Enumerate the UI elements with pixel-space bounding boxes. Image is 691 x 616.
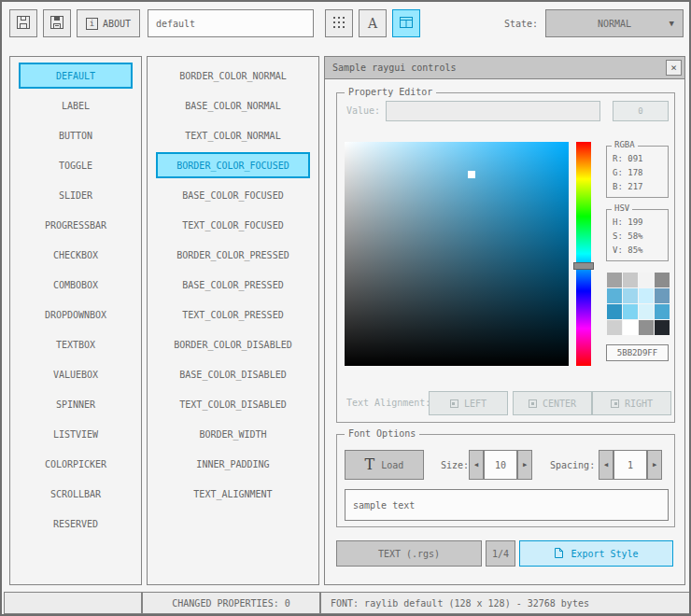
controls-list-item[interactable]: PROGRESSBAR bbox=[19, 212, 133, 238]
font-type-icon: T bbox=[365, 457, 375, 472]
hue-slider-handle[interactable] bbox=[573, 262, 594, 270]
properties-list-item[interactable]: BORDER_COLOR_PRESSED bbox=[156, 242, 310, 268]
properties-list-item[interactable]: BASE_COLOR_NORMAL bbox=[156, 92, 310, 119]
about-button[interactable]: i ABOUT bbox=[77, 9, 140, 37]
export-file-icon bbox=[554, 547, 564, 561]
controls-list-item[interactable]: DEFAULT bbox=[19, 63, 133, 89]
font-size-decrease-button[interactable]: ◀ bbox=[469, 450, 484, 480]
controls-list: DEFAULTLABELBUTTONTOGGLESLIDERPROGRESSBA… bbox=[9, 56, 142, 585]
properties-list-item[interactable]: TEXT_ALIGNMENT bbox=[156, 481, 310, 507]
style-color-swatch[interactable] bbox=[623, 304, 638, 319]
style-color-swatch[interactable] bbox=[639, 273, 654, 287]
rgba-group: RGBA R: 091 G: 178 B: 217 bbox=[606, 146, 669, 198]
style-color-swatch[interactable] bbox=[607, 288, 622, 303]
rgba-green-value: G: 178 bbox=[607, 166, 668, 180]
style-color-swatch[interactable] bbox=[655, 288, 670, 303]
font-size-value[interactable]: 10 bbox=[484, 450, 517, 480]
properties-list: BORDER_COLOR_NORMALBASE_COLOR_NORMALTEXT… bbox=[147, 56, 319, 585]
controls-list-item[interactable]: SLIDER bbox=[19, 182, 133, 208]
style-name-input[interactable] bbox=[148, 9, 314, 37]
style-color-swatch[interactable] bbox=[607, 320, 622, 335]
color-saturation-value-panel[interactable] bbox=[345, 142, 569, 366]
statusbar-left-cell bbox=[4, 592, 142, 614]
export-format-label: TEXT (.rgs) bbox=[378, 549, 440, 559]
hsv-value-value: V: 85% bbox=[607, 244, 668, 258]
font-spacing-value[interactable]: 1 bbox=[613, 450, 647, 480]
load-style-button[interactable] bbox=[9, 9, 37, 37]
controls-list-item[interactable]: LABEL bbox=[19, 92, 133, 119]
hue-slider-bar[interactable] bbox=[576, 142, 591, 366]
properties-list-item[interactable]: BASE_COLOR_DISABLED bbox=[156, 361, 310, 387]
controls-list-item[interactable]: RESERVED bbox=[19, 511, 133, 537]
controls-preview-toggle-button[interactable] bbox=[392, 9, 420, 37]
style-color-swatch[interactable] bbox=[639, 304, 654, 319]
properties-list-item[interactable]: BORDER_WIDTH bbox=[156, 421, 310, 447]
sample-text-input[interactable] bbox=[345, 489, 669, 521]
info-icon: i bbox=[86, 18, 98, 30]
controls-list-item[interactable]: BUTTON bbox=[19, 122, 133, 148]
properties-list-item[interactable]: TEXT_COLOR_PRESSED bbox=[156, 301, 310, 328]
export-style-button[interactable]: Export Style bbox=[519, 540, 673, 567]
font-size-increase-button[interactable]: ▶ bbox=[517, 450, 532, 480]
controls-list-item[interactable]: SPINNER bbox=[19, 391, 133, 417]
statusbar-changed-properties: CHANGED PROPERTIES: 0 bbox=[142, 592, 320, 614]
properties-list-item[interactable]: BORDER_COLOR_FOCUSED bbox=[156, 152, 310, 178]
controls-list-item[interactable]: COLORPICKER bbox=[19, 451, 133, 477]
properties-list-item[interactable]: BASE_COLOR_FOCUSED bbox=[156, 182, 310, 208]
text-alignment-label: Text Alignment: bbox=[346, 398, 430, 408]
font-spacing-label: Spacing: bbox=[550, 460, 595, 470]
controls-list-item[interactable]: DROPDOWNBOX bbox=[19, 301, 133, 328]
properties-list-item[interactable]: BORDER_COLOR_NORMAL bbox=[156, 63, 310, 89]
style-color-swatch[interactable] bbox=[639, 288, 654, 303]
controls-list-item[interactable]: TOGGLE bbox=[19, 152, 133, 178]
state-dropdown[interactable]: NORMAL ▼ bbox=[545, 9, 684, 37]
style-color-swatch[interactable] bbox=[655, 304, 670, 319]
controls-list-item[interactable]: COMBOBOX bbox=[19, 272, 133, 298]
grid-toggle-button[interactable] bbox=[325, 9, 353, 37]
color-picker-cursor[interactable] bbox=[468, 171, 475, 178]
align-right-label: RIGHT bbox=[625, 399, 653, 409]
font-toggle-button[interactable]: A bbox=[359, 9, 387, 37]
style-color-swatch[interactable] bbox=[607, 273, 622, 287]
style-color-swatch[interactable] bbox=[655, 273, 670, 287]
font-spacing-decrease-button[interactable]: ◀ bbox=[599, 450, 613, 480]
controls-list-item[interactable]: LISTVIEW bbox=[19, 421, 133, 447]
export-page-button[interactable]: 1/4 bbox=[486, 540, 515, 567]
font-size-label: Size: bbox=[441, 460, 469, 470]
style-color-swatch[interactable] bbox=[639, 320, 654, 335]
properties-list-item[interactable]: INNER_PADDING bbox=[156, 451, 310, 477]
changed-properties-text: CHANGED PROPERTIES: 0 bbox=[172, 598, 289, 609]
align-left-button[interactable]: LEFT bbox=[429, 391, 508, 415]
align-right-button[interactable]: RIGHT bbox=[592, 391, 671, 415]
style-colors-grid bbox=[607, 273, 670, 335]
controls-list-item[interactable]: CHECKBOX bbox=[19, 242, 133, 268]
load-file-icon bbox=[16, 15, 31, 32]
properties-list-item[interactable]: BASE_COLOR_PRESSED bbox=[156, 272, 310, 298]
align-center-icon bbox=[529, 399, 537, 408]
controls-list-item[interactable]: SCROLLBAR bbox=[19, 481, 133, 507]
style-color-swatch[interactable] bbox=[655, 320, 670, 335]
property-editor-group-label: Property Editor bbox=[345, 87, 436, 97]
properties-list-item[interactable]: TEXT_COLOR_FOCUSED bbox=[156, 212, 310, 238]
value-input bbox=[386, 101, 600, 121]
style-color-swatch[interactable] bbox=[607, 304, 622, 319]
font-spacing-increase-button[interactable]: ▶ bbox=[647, 450, 662, 480]
sample-window-titlebar[interactable]: Sample raygui controls × bbox=[325, 57, 684, 79]
load-font-button[interactable]: T Load bbox=[345, 450, 424, 480]
style-color-swatch[interactable] bbox=[623, 320, 638, 335]
hsv-group: HSV H: 199 S: 58% V: 85% bbox=[606, 209, 669, 261]
controls-list-item[interactable]: TEXTBOX bbox=[19, 331, 133, 357]
style-color-swatch[interactable] bbox=[623, 288, 638, 303]
style-color-swatch[interactable] bbox=[623, 273, 638, 287]
properties-list-item[interactable]: TEXT_COLOR_DISABLED bbox=[156, 391, 310, 417]
properties-list-item[interactable]: BORDER_COLOR_DISABLED bbox=[156, 331, 310, 357]
align-center-button[interactable]: CENTER bbox=[513, 391, 592, 415]
controls-list-item[interactable]: VALUEBOX bbox=[19, 361, 133, 387]
align-center-label: CENTER bbox=[543, 399, 576, 409]
close-icon[interactable]: × bbox=[666, 60, 682, 76]
export-format-button[interactable]: TEXT (.rgs) bbox=[336, 540, 482, 567]
export-page-label: 1/4 bbox=[492, 549, 509, 559]
align-left-icon bbox=[450, 399, 458, 408]
properties-list-item[interactable]: TEXT_COLOR_NORMAL bbox=[156, 122, 310, 148]
save-style-button[interactable] bbox=[43, 9, 71, 37]
